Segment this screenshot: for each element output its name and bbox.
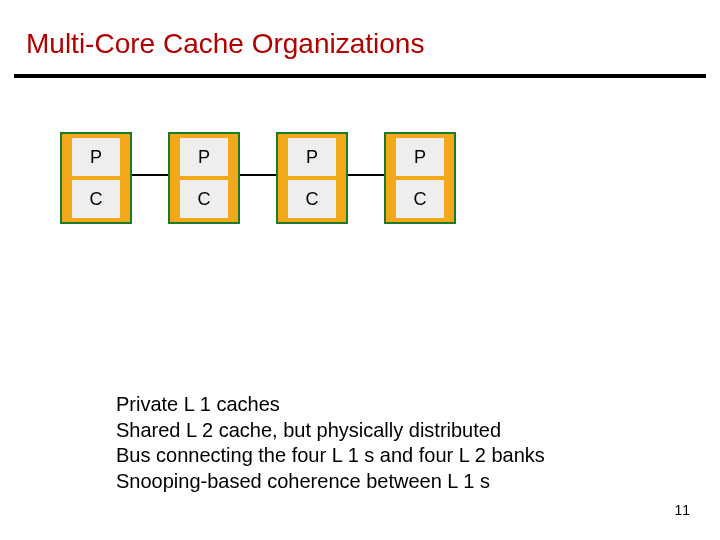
description-line: Snooping-based coherence between L 1 s — [116, 469, 545, 495]
core-block: P C — [276, 132, 348, 224]
description-line: Bus connecting the four L 1 s and four L… — [116, 443, 545, 469]
processor-cell: P — [288, 138, 336, 176]
processor-cell: P — [180, 138, 228, 176]
processor-cell: P — [396, 138, 444, 176]
cache-cell: C — [396, 180, 444, 218]
core-row: P C P C P C P C — [60, 132, 456, 224]
description-line: Private L 1 caches — [116, 392, 545, 418]
description-block: Private L 1 caches Shared L 2 cache, but… — [116, 392, 545, 494]
title-underline — [14, 74, 706, 78]
core-block: P C — [384, 132, 456, 224]
description-line: Shared L 2 cache, but physically distrib… — [116, 418, 545, 444]
core-block: P C — [168, 132, 240, 224]
processor-cell: P — [72, 138, 120, 176]
cache-cell: C — [72, 180, 120, 218]
cache-cell: C — [180, 180, 228, 218]
page-number: 11 — [674, 502, 690, 518]
page-title: Multi-Core Cache Organizations — [26, 28, 424, 60]
cache-cell: C — [288, 180, 336, 218]
core-block: P C — [60, 132, 132, 224]
